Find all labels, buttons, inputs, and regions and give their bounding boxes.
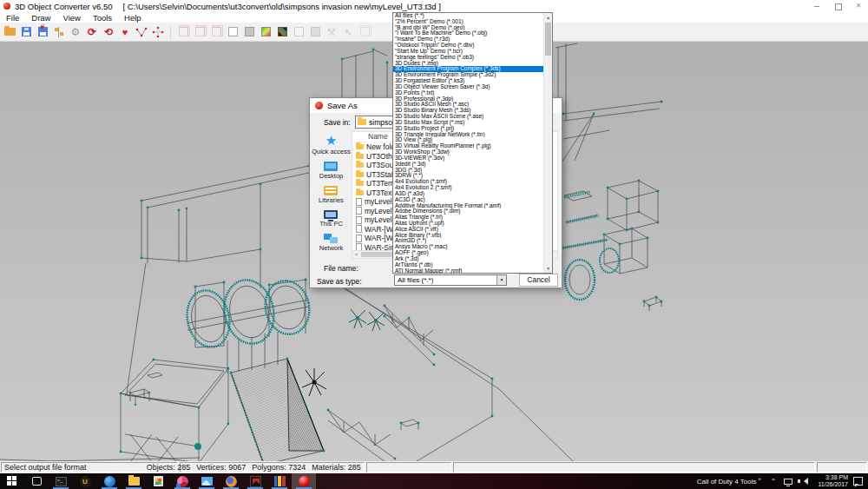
format-option[interactable]: "Insane" Demo (*.r3d) [393, 36, 543, 43]
format-option[interactable]: "Start Me Up" Demo (*.hcr) [393, 49, 543, 55]
format-option[interactable]: Anim3D (*.*) [393, 238, 543, 244]
format-option[interactable]: All files (*.*) [393, 13, 543, 19]
start-button[interactable] [0, 473, 24, 489]
textured-cube-icon[interactable] [276, 25, 288, 38]
scroll-down-arrow-icon[interactable]: ▼ [544, 264, 552, 273]
wireframe-cube-2-icon[interactable] [194, 25, 206, 38]
format-option[interactable]: A3D (*.a3d) [393, 191, 543, 197]
vector-path-icon[interactable] [135, 25, 148, 38]
volume-icon[interactable] [800, 478, 808, 485]
show-hidden-icons-chevron[interactable]: ⌃ [771, 478, 777, 486]
format-option[interactable]: 3DG (*.3d) [393, 168, 543, 174]
format-option[interactable]: Ark (*.3d) [393, 256, 543, 262]
place-quick-access[interactable]: ★ Quick access [312, 135, 351, 155]
format-option[interactable]: Alice ASCII (*.vft) [393, 227, 543, 233]
tray-app-label[interactable]: Call of Duty 4 Tools [697, 478, 757, 486]
network-status-icon[interactable] [784, 479, 792, 485]
format-option[interactable]: 3D WorkShop (*.3dw) [393, 149, 543, 155]
disabled-tool-2-icon[interactable]: ➴ [342, 25, 354, 38]
taskbar-firefox[interactable] [219, 473, 243, 489]
save-icon[interactable] [20, 25, 32, 38]
format-option[interactable]: 3D Points (*.txt) [393, 90, 543, 96]
menu-item[interactable]: View [56, 13, 86, 23]
format-option[interactable]: AOFF (*.geo) [393, 250, 543, 256]
format-option[interactable]: 3D Studio Max ASCII Scene (*.ase) [393, 114, 543, 120]
maximize-icon[interactable] [833, 2, 842, 10]
format-option[interactable]: Alias Triangle (*.tri) [393, 215, 543, 221]
rotate-cw-icon[interactable]: ⟳ [86, 25, 98, 38]
solid-cube-gray-icon[interactable] [243, 25, 255, 38]
format-option[interactable]: "B and dbl W" Demo (*.geo) [393, 25, 543, 31]
format-option[interactable]: Alice Binary (*.vfb) [393, 233, 543, 239]
format-option[interactable]: ATI Normal Mapper (*.nmf) [393, 268, 543, 273]
menu-item[interactable]: Draw [25, 13, 56, 23]
taskbar-file-explorer[interactable] [122, 473, 146, 489]
action-center-icon[interactable] [853, 477, 863, 486]
taskbar-pink-app[interactable] [170, 473, 194, 489]
format-option[interactable]: Additive Manufacturing File Format (*.am… [393, 203, 543, 209]
format-option[interactable]: 3D Professional (*.3dp) [393, 96, 543, 102]
save-favorite-icon[interactable] [36, 25, 49, 38]
format-option[interactable]: 3D Environment Program Simple (*.3d2) [393, 72, 543, 78]
format-option[interactable]: "I Want To Be Machine" Demo (*.obj) [393, 30, 543, 36]
gradient-cube-icon[interactable] [260, 25, 272, 38]
format-option[interactable]: AC3D (*.ac) [393, 197, 543, 203]
save-as-type-combobox[interactable]: All files (*.*) ▼ [394, 274, 507, 286]
close-icon[interactable]: ✕ [854, 2, 863, 10]
scroll-left-arrow-icon[interactable]: < [352, 251, 360, 258]
wireframe-cube-3-icon[interactable] [210, 25, 222, 38]
format-option[interactable]: 3D View (*.plg) [393, 137, 543, 143]
solid-cube-white-icon[interactable] [227, 25, 239, 38]
cancel-button[interactable]: Cancel [519, 274, 558, 287]
format-option[interactable]: "2% Percent" Demo (*.001) [393, 19, 543, 25]
place-desktop[interactable]: Desktop [319, 162, 344, 180]
format-option[interactable]: 3D Studio Max Script (*.ms) [393, 120, 543, 126]
format-option[interactable]: "Oldskool Trippin" Demo (*.dbv) [393, 43, 543, 49]
format-option[interactable]: 4x4 Evolution 2 (*.smf) [393, 185, 543, 191]
transform-points-icon[interactable] [152, 25, 164, 38]
format-option[interactable]: 3D Forgastest Editor (*.ks3) [393, 78, 543, 84]
taskbar-edge[interactable] [97, 473, 122, 489]
dropdown-scrollbar[interactable]: ▲ ▼ [543, 13, 552, 273]
favorite-arrow-icon[interactable]: ♥ [119, 25, 131, 38]
place-libraries[interactable]: Libraries [319, 186, 344, 204]
measure-tool-icon[interactable] [358, 25, 371, 38]
taskbar-photos[interactable] [194, 473, 219, 489]
combobox-dropdown-arrow-icon[interactable]: ▼ [496, 275, 506, 285]
place-network[interactable]: Network [319, 234, 344, 252]
dropdown-scrollbar-thumb[interactable] [545, 23, 551, 56]
taskbar-udk[interactable]: U [73, 473, 97, 489]
taskbar-3d-object-converter[interactable] [292, 473, 316, 489]
scroll-up-arrow-icon[interactable]: ▲ [544, 13, 552, 22]
format-option[interactable]: 3D Triangle Irregular NetWork (*.tin) [393, 132, 543, 138]
disabled-cube-2-icon[interactable] [309, 25, 321, 38]
format-option[interactable]: 3D Studio Project (*.prj) [393, 126, 543, 132]
wireframe-cube-1-icon[interactable] [177, 25, 189, 38]
taskbar-command-prompt[interactable] [49, 473, 73, 489]
format-option[interactable]: 3D Environment Program Complex (*.3ds) [393, 66, 543, 72]
menu-item[interactable]: Help [118, 13, 148, 23]
format-option[interactable]: Ansys Macro (*.mac) [393, 244, 543, 250]
format-option[interactable]: Adobe Dimensions (*.dim) [393, 208, 543, 215]
disabled-tool-1-icon[interactable]: ⚒ [326, 25, 338, 38]
hierarchy-tree-icon[interactable] [53, 25, 65, 38]
format-option[interactable]: 3D-VIEWER (*.3dv) [393, 155, 543, 162]
format-option[interactable]: 3D Studio Binary Mesh (*.3ds) [393, 108, 543, 114]
disabled-cube-1-icon[interactable] [293, 25, 305, 38]
taskbar-store[interactable] [146, 473, 170, 489]
taskbar-dark-red-app[interactable] [243, 473, 267, 489]
format-option[interactable]: Alias Upfront (*.upf) [393, 221, 543, 227]
menu-item[interactable]: File [0, 13, 25, 23]
format-option[interactable]: 3D Dudes (*.img) [393, 61, 543, 67]
settings-gear-icon[interactable]: ⚙ [69, 25, 82, 38]
format-option[interactable]: 3D Object Viewer Screen Saver (*.3d) [393, 84, 543, 90]
taskbar-stacked-books-app[interactable] [267, 473, 292, 489]
task-view-button[interactable] [24, 473, 49, 489]
rotate-ccw-icon[interactable]: ⟲ [102, 25, 115, 38]
format-option[interactable]: "strange feelings" Demo (*.ob3) [393, 55, 543, 61]
format-option[interactable]: 3D Studio ASCII Mesh (*.asc) [393, 102, 543, 108]
format-option[interactable]: 3D Virtual Reality RoomPlanner (*.plg) [393, 143, 543, 149]
format-option[interactable]: 3dedit (*.3d) [393, 162, 543, 168]
open-folder-icon[interactable] [3, 25, 16, 38]
menu-item[interactable]: Tools [87, 13, 118, 23]
